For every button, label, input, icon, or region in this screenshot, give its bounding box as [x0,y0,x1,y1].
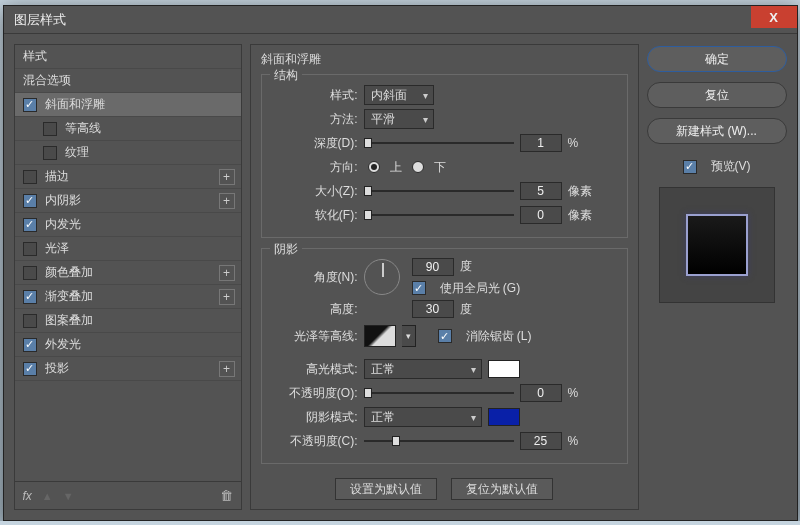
highlight-opacity-slider[interactable] [364,389,514,397]
make-default-button[interactable]: 设置为默认值 [335,478,437,500]
effect-item-5[interactable]: 内发光 [15,213,241,237]
blend-options-header[interactable]: 混合选项 [15,69,241,93]
effect-checkbox[interactable] [23,98,37,112]
effect-checkbox[interactable] [23,362,37,376]
add-effect-icon[interactable]: + [219,169,235,185]
style-select[interactable]: 内斜面 [364,85,434,105]
effect-label: 斜面和浮雕 [45,96,105,113]
effect-item-11[interactable]: 投影+ [15,357,241,381]
direction-label: 方向: [272,159,358,176]
titlebar[interactable]: 图层样式 X [4,6,797,34]
technique-select[interactable]: 平滑 [364,109,434,129]
effect-item-3[interactable]: 描边+ [15,165,241,189]
angle-label: 角度(N): [272,269,358,286]
preview-label: 预览(V) [711,158,751,175]
direction-down-radio[interactable] [412,161,424,173]
shading-group: 阴影 角度(N): 90 度 使用全局光 (G) [261,248,628,464]
cancel-button[interactable]: 复位 [647,82,787,108]
soften-input[interactable]: 0 [520,206,562,224]
gloss-contour-picker[interactable] [364,325,396,347]
right-panel: 确定 复位 新建样式 (W)... 预览(V) [647,44,787,510]
altitude-input[interactable]: 30 [412,300,454,318]
styles-header[interactable]: 样式 [15,45,241,69]
add-effect-icon[interactable]: + [219,265,235,281]
effect-label: 渐变叠加 [45,288,93,305]
size-input[interactable]: 5 [520,182,562,200]
direction-up-radio[interactable] [368,161,380,173]
contour-label: 光泽等高线: [272,328,358,345]
preview-checkbox[interactable] [683,160,697,174]
new-style-button[interactable]: 新建样式 (W)... [647,118,787,144]
soften-slider[interactable] [364,211,514,219]
effect-checkbox[interactable] [23,266,37,280]
antialias-checkbox[interactable] [438,329,452,343]
size-slider[interactable] [364,187,514,195]
contour-dropdown-icon[interactable]: ▾ [402,325,416,347]
effect-item-10[interactable]: 外发光 [15,333,241,357]
shadow-opacity-label: 不透明度(C): [272,433,358,450]
global-light-checkbox[interactable] [412,281,426,295]
highlight-color-swatch[interactable] [488,360,520,378]
preview-box [659,187,775,303]
move-up-icon[interactable]: ▲ [42,490,53,502]
effect-label: 纹理 [65,144,89,161]
fx-icon[interactable]: fx [23,489,32,503]
highlight-opacity-input[interactable]: 0 [520,384,562,402]
depth-input[interactable]: 1 [520,134,562,152]
effect-item-8[interactable]: 渐变叠加+ [15,285,241,309]
add-effect-icon[interactable]: + [219,361,235,377]
panel-title: 斜面和浮雕 [261,51,628,68]
trash-icon[interactable]: 🗑 [220,488,233,503]
effect-label: 图案叠加 [45,312,93,329]
effect-label: 外发光 [45,336,81,353]
effect-item-7[interactable]: 颜色叠加+ [15,261,241,285]
structure-group: 结构 样式: 内斜面 方法: 平滑 深度(D): 1 % 方向: 上 [261,74,628,238]
highlight-opacity-label: 不透明度(O): [272,385,358,402]
effect-item-0[interactable]: 斜面和浮雕 [15,93,241,117]
close-button[interactable]: X [751,6,797,28]
effect-item-6[interactable]: 光泽 [15,237,241,261]
effect-item-2[interactable]: 纹理 [15,141,241,165]
effect-checkbox[interactable] [23,314,37,328]
depth-slider[interactable] [364,139,514,147]
effect-checkbox[interactable] [43,146,57,160]
effects-footer: fx ▲ ▼ 🗑 [15,481,241,509]
reset-default-button[interactable]: 复位为默认值 [451,478,553,500]
highlight-mode-select[interactable]: 正常 [364,359,482,379]
effect-label: 光泽 [45,240,69,257]
add-effect-icon[interactable]: + [219,289,235,305]
move-down-icon[interactable]: ▼ [63,490,74,502]
effects-list: 样式 混合选项 斜面和浮雕等高线纹理描边+内阴影+内发光光泽颜色叠加+渐变叠加+… [14,44,242,510]
close-icon: X [769,10,778,25]
dialog-title: 图层样式 [14,11,66,29]
depth-label: 深度(D): [272,135,358,152]
effect-label: 内阴影 [45,192,81,209]
shadow-mode-select[interactable]: 正常 [364,407,482,427]
effect-checkbox[interactable] [23,218,37,232]
effect-checkbox[interactable] [43,122,57,136]
add-effect-icon[interactable]: + [219,193,235,209]
angle-input[interactable]: 90 [412,258,454,276]
technique-label: 方法: [272,111,358,128]
ok-button[interactable]: 确定 [647,46,787,72]
layer-style-dialog: 图层样式 X 样式 混合选项 斜面和浮雕等高线纹理描边+内阴影+内发光光泽颜色叠… [3,5,798,521]
shadow-opacity-slider[interactable] [364,437,514,445]
effect-item-9[interactable]: 图案叠加 [15,309,241,333]
effect-label: 内发光 [45,216,81,233]
effect-checkbox[interactable] [23,338,37,352]
angle-wheel[interactable] [364,259,400,295]
effect-checkbox[interactable] [23,290,37,304]
effect-item-4[interactable]: 内阴影+ [15,189,241,213]
shadow-opacity-input[interactable]: 25 [520,432,562,450]
effect-label: 等高线 [65,120,101,137]
soften-label: 软化(F): [272,207,358,224]
shadow-mode-label: 阴影模式: [272,409,358,426]
effect-label: 描边 [45,168,69,185]
shadow-color-swatch[interactable] [488,408,520,426]
effect-checkbox[interactable] [23,170,37,184]
effect-checkbox[interactable] [23,194,37,208]
effect-checkbox[interactable] [23,242,37,256]
size-label: 大小(Z): [272,183,358,200]
effect-label: 颜色叠加 [45,264,93,281]
effect-item-1[interactable]: 等高线 [15,117,241,141]
